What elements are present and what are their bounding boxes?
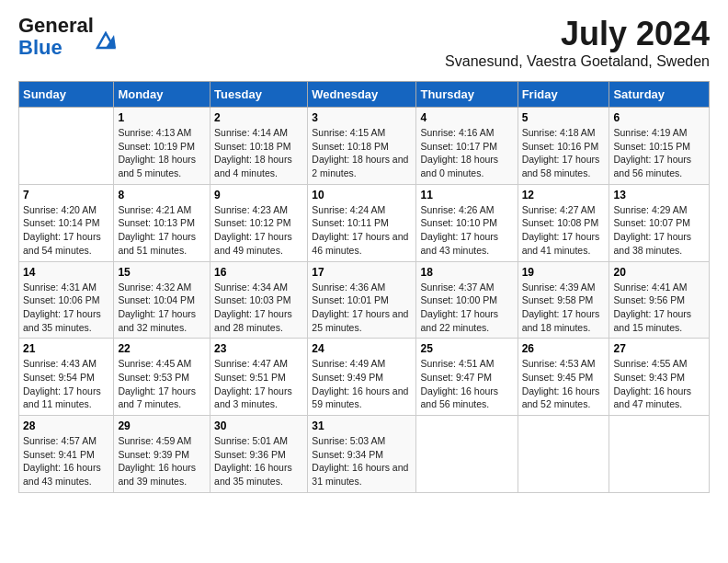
- day-info: Sunrise: 5:01 AMSunset: 9:36 PMDaylight:…: [214, 434, 303, 488]
- day-info: Sunrise: 4:18 AMSunset: 10:16 PMDaylight…: [522, 126, 606, 180]
- logo: General Blue: [18, 15, 116, 59]
- week-row-1: 1Sunrise: 4:13 AMSunset: 10:19 PMDayligh…: [19, 108, 710, 185]
- day-info: Sunrise: 4:32 AMSunset: 10:04 PMDaylight…: [118, 281, 206, 335]
- day-cell: 24Sunrise: 4:49 AMSunset: 9:49 PMDayligh…: [308, 339, 416, 416]
- day-cell: 21Sunrise: 4:43 AMSunset: 9:54 PMDayligh…: [19, 339, 114, 416]
- day-cell: 7Sunrise: 4:20 AMSunset: 10:14 PMDayligh…: [19, 184, 114, 261]
- week-row-4: 21Sunrise: 4:43 AMSunset: 9:54 PMDayligh…: [19, 339, 710, 416]
- day-info: Sunrise: 4:19 AMSunset: 10:15 PMDaylight…: [613, 126, 705, 180]
- day-cell: 22Sunrise: 4:45 AMSunset: 9:53 PMDayligh…: [114, 339, 210, 416]
- day-info: Sunrise: 4:51 AMSunset: 9:47 PMDaylight:…: [420, 357, 513, 411]
- day-number: 4: [420, 111, 513, 124]
- week-row-5: 28Sunrise: 4:57 AMSunset: 9:41 PMDayligh…: [19, 416, 710, 493]
- day-number: 6: [613, 111, 705, 124]
- day-number: 23: [214, 342, 303, 355]
- logo-general: General: [18, 14, 94, 37]
- day-number: 12: [522, 189, 606, 201]
- header-cell-tuesday: Tuesday: [210, 82, 308, 108]
- day-info: Sunrise: 5:03 AMSunset: 9:34 PMDaylight:…: [312, 434, 412, 488]
- day-cell: 19Sunrise: 4:39 AMSunset: 9:58 PMDayligh…: [518, 261, 609, 339]
- day-number: 21: [23, 342, 109, 355]
- week-row-3: 14Sunrise: 4:31 AMSunset: 10:06 PMDaylig…: [19, 261, 710, 339]
- day-info: Sunrise: 4:34 AMSunset: 10:03 PMDaylight…: [214, 281, 303, 335]
- day-info: Sunrise: 4:26 AMSunset: 10:10 PMDaylight…: [420, 203, 513, 258]
- header-cell-sunday: Sunday: [19, 82, 114, 108]
- day-cell: 15Sunrise: 4:32 AMSunset: 10:04 PMDaylig…: [114, 261, 210, 339]
- day-cell: 26Sunrise: 4:53 AMSunset: 9:45 PMDayligh…: [518, 339, 609, 416]
- day-number: 19: [522, 266, 606, 279]
- day-cell: 29Sunrise: 4:59 AMSunset: 9:39 PMDayligh…: [114, 416, 210, 493]
- day-cell: 13Sunrise: 4:29 AMSunset: 10:07 PMDaylig…: [609, 184, 710, 261]
- day-number: 14: [23, 266, 109, 279]
- day-cell: [518, 416, 609, 493]
- day-info: Sunrise: 4:53 AMSunset: 9:45 PMDaylight:…: [522, 357, 606, 411]
- day-number: 11: [420, 189, 513, 201]
- day-cell: [609, 416, 710, 493]
- day-cell: 4Sunrise: 4:16 AMSunset: 10:17 PMDayligh…: [416, 108, 518, 185]
- day-number: 28: [23, 419, 109, 432]
- day-info: Sunrise: 4:47 AMSunset: 9:51 PMDaylight:…: [214, 357, 303, 411]
- calendar-table: SundayMondayTuesdayWednesdayThursdayFrid…: [18, 81, 710, 493]
- day-cell: 11Sunrise: 4:26 AMSunset: 10:10 PMDaylig…: [416, 184, 518, 261]
- day-info: Sunrise: 4:15 AMSunset: 10:18 PMDaylight…: [312, 126, 412, 180]
- day-info: Sunrise: 4:16 AMSunset: 10:17 PMDaylight…: [420, 126, 513, 180]
- day-number: 31: [312, 419, 412, 432]
- header-cell-wednesday: Wednesday: [308, 82, 416, 108]
- day-cell: 28Sunrise: 4:57 AMSunset: 9:41 PMDayligh…: [19, 416, 114, 493]
- week-row-2: 7Sunrise: 4:20 AMSunset: 10:14 PMDayligh…: [19, 184, 710, 261]
- day-number: 25: [420, 342, 513, 355]
- day-number: 15: [118, 266, 206, 279]
- title-block: July 2024 Svanesund, Vaestra Goetaland, …: [445, 15, 710, 70]
- header-row: SundayMondayTuesdayWednesdayThursdayFrid…: [19, 82, 710, 108]
- day-info: Sunrise: 4:20 AMSunset: 10:14 PMDaylight…: [23, 203, 109, 258]
- day-cell: 30Sunrise: 5:01 AMSunset: 9:36 PMDayligh…: [210, 416, 308, 493]
- day-info: Sunrise: 4:57 AMSunset: 9:41 PMDaylight:…: [23, 434, 109, 488]
- day-cell: 2Sunrise: 4:14 AMSunset: 10:18 PMDayligh…: [210, 108, 308, 185]
- day-cell: 14Sunrise: 4:31 AMSunset: 10:06 PMDaylig…: [19, 261, 114, 339]
- day-cell: 9Sunrise: 4:23 AMSunset: 10:12 PMDayligh…: [210, 184, 308, 261]
- logo-text: General Blue: [18, 15, 94, 59]
- day-number: 13: [613, 189, 705, 201]
- day-info: Sunrise: 4:14 AMSunset: 10:18 PMDaylight…: [214, 126, 303, 180]
- day-info: Sunrise: 4:37 AMSunset: 10:00 PMDaylight…: [420, 281, 513, 335]
- month-year-title: July 2024: [445, 15, 710, 53]
- day-number: 2: [214, 111, 303, 124]
- day-info: Sunrise: 4:29 AMSunset: 10:07 PMDaylight…: [613, 203, 705, 258]
- day-number: 27: [613, 342, 705, 355]
- header-cell-monday: Monday: [114, 82, 210, 108]
- day-number: 20: [613, 266, 705, 279]
- day-number: 22: [118, 342, 206, 355]
- day-cell: [19, 108, 114, 185]
- day-number: 18: [420, 266, 513, 279]
- day-cell: 12Sunrise: 4:27 AMSunset: 10:08 PMDaylig…: [518, 184, 609, 261]
- day-info: Sunrise: 4:43 AMSunset: 9:54 PMDaylight:…: [23, 357, 109, 411]
- day-number: 30: [214, 419, 303, 432]
- day-cell: 16Sunrise: 4:34 AMSunset: 10:03 PMDaylig…: [210, 261, 308, 339]
- day-info: Sunrise: 4:59 AMSunset: 9:39 PMDaylight:…: [118, 434, 206, 488]
- day-cell: 20Sunrise: 4:41 AMSunset: 9:56 PMDayligh…: [609, 261, 710, 339]
- logo-blue: Blue: [18, 36, 63, 59]
- day-info: Sunrise: 4:41 AMSunset: 9:56 PMDaylight:…: [613, 281, 705, 335]
- header-cell-friday: Friday: [518, 82, 609, 108]
- day-number: 26: [522, 342, 606, 355]
- day-cell: 5Sunrise: 4:18 AMSunset: 10:16 PMDayligh…: [518, 108, 609, 185]
- day-cell: 1Sunrise: 4:13 AMSunset: 10:19 PMDayligh…: [114, 108, 210, 185]
- calendar-header: SundayMondayTuesdayWednesdayThursdayFrid…: [19, 82, 710, 108]
- day-cell: 31Sunrise: 5:03 AMSunset: 9:34 PMDayligh…: [308, 416, 416, 493]
- day-info: Sunrise: 4:24 AMSunset: 10:11 PMDaylight…: [312, 203, 412, 258]
- day-number: 5: [522, 111, 606, 124]
- day-cell: 10Sunrise: 4:24 AMSunset: 10:11 PMDaylig…: [308, 184, 416, 261]
- day-number: 1: [118, 111, 206, 124]
- header-cell-saturday: Saturday: [609, 82, 710, 108]
- header-cell-thursday: Thursday: [416, 82, 518, 108]
- day-info: Sunrise: 4:36 AMSunset: 10:01 PMDaylight…: [312, 281, 412, 335]
- day-info: Sunrise: 4:31 AMSunset: 10:06 PMDaylight…: [23, 281, 109, 335]
- day-number: 16: [214, 266, 303, 279]
- logo-icon: [96, 31, 116, 55]
- day-cell: 23Sunrise: 4:47 AMSunset: 9:51 PMDayligh…: [210, 339, 308, 416]
- day-number: 24: [312, 342, 412, 355]
- day-cell: 8Sunrise: 4:21 AMSunset: 10:13 PMDayligh…: [114, 184, 210, 261]
- day-number: 3: [312, 111, 412, 124]
- day-cell: 17Sunrise: 4:36 AMSunset: 10:01 PMDaylig…: [308, 261, 416, 339]
- day-info: Sunrise: 4:45 AMSunset: 9:53 PMDaylight:…: [118, 357, 206, 411]
